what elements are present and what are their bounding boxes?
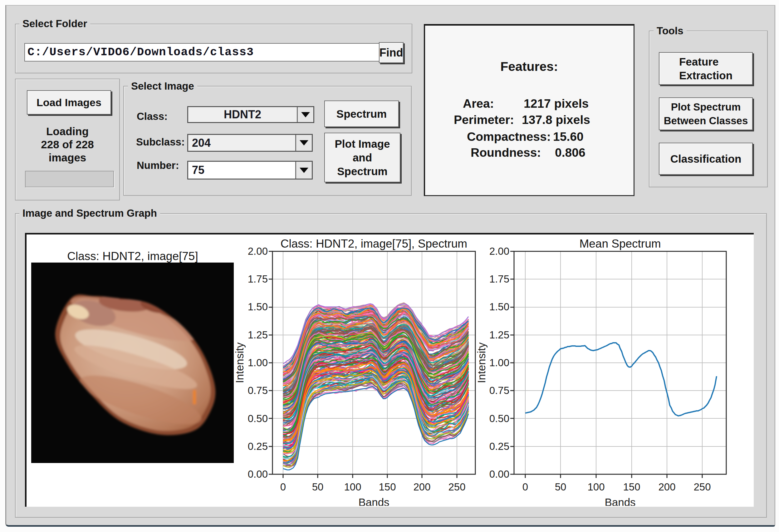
svg-text:0.50: 0.50 [489, 413, 510, 424]
svg-text:150: 150 [623, 481, 640, 493]
svg-text:1.25: 1.25 [489, 329, 510, 341]
svg-text:1.00: 1.00 [489, 357, 510, 368]
svg-text:Intensity: Intensity [475, 342, 487, 383]
svg-text:50: 50 [555, 481, 566, 493]
svg-text:Mean Spectrum: Mean Spectrum [579, 237, 661, 250]
svg-text:250: 250 [448, 481, 465, 493]
svg-text:0.00: 0.00 [489, 468, 510, 480]
svg-text:0: 0 [523, 481, 528, 493]
svg-text:250: 250 [694, 481, 711, 493]
svg-text:0.50: 0.50 [248, 413, 268, 424]
svg-text:0.25: 0.25 [248, 440, 268, 452]
svg-text:2.00: 2.00 [248, 245, 268, 257]
svg-text:1.75: 1.75 [248, 273, 268, 285]
svg-text:0.25: 0.25 [489, 440, 510, 452]
svg-text:Bands: Bands [605, 496, 636, 506]
svg-text:0: 0 [280, 481, 286, 493]
svg-text:2.00: 2.00 [489, 245, 510, 257]
svg-text:50: 50 [312, 481, 324, 493]
svg-text:1.50: 1.50 [489, 301, 510, 312]
svg-text:100: 100 [587, 481, 605, 493]
svg-text:Class: HDNT2, image[75], Spect: Class: HDNT2, image[75], Spectrum [281, 237, 467, 250]
svg-text:100: 100 [344, 481, 361, 493]
svg-text:150: 150 [378, 481, 396, 493]
svg-text:0.75: 0.75 [248, 385, 268, 396]
svg-text:1.00: 1.00 [248, 357, 268, 368]
svg-text:Intensity: Intensity [234, 342, 246, 383]
svg-text:1.50: 1.50 [248, 301, 268, 312]
svg-text:1.25: 1.25 [248, 329, 268, 341]
svg-text:1.75: 1.75 [489, 273, 510, 285]
svg-text:Bands: Bands [358, 496, 389, 506]
svg-text:0.75: 0.75 [489, 385, 510, 396]
svg-text:200: 200 [413, 481, 430, 493]
svg-text:0.00: 0.00 [248, 468, 268, 480]
svg-text:200: 200 [658, 481, 675, 493]
